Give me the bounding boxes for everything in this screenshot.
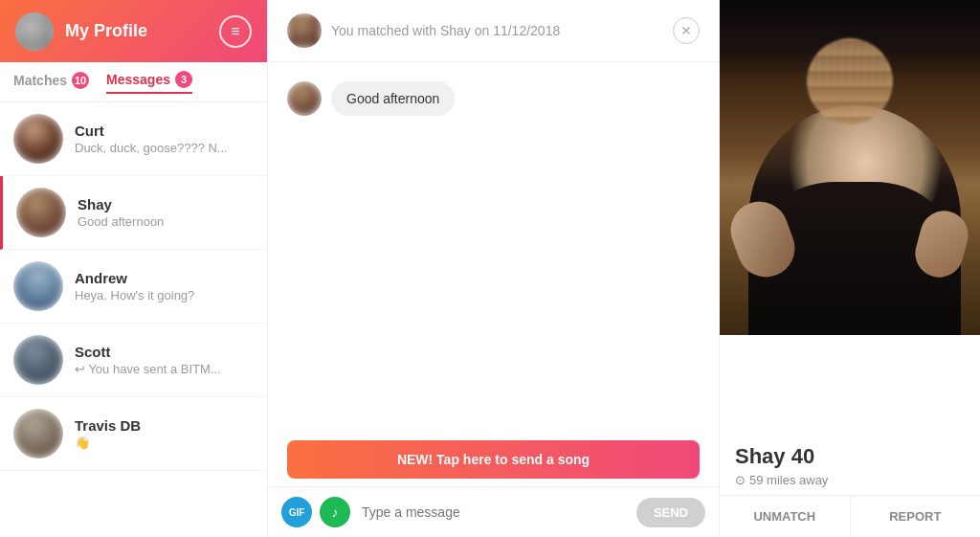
close-chat-button[interactable]: ✕ [673, 17, 700, 44]
close-icon: ✕ [680, 23, 692, 38]
avatar [13, 409, 63, 459]
match-name: Andrew [75, 270, 254, 286]
avatar [13, 261, 63, 311]
report-button[interactable]: REPORT [851, 496, 981, 537]
match-preview: Duck, duck, goose???? N... [75, 141, 254, 155]
music-button[interactable]: ♪ [320, 497, 350, 527]
gif-button[interactable]: GIF [281, 497, 312, 527]
match-name: Scott [75, 344, 254, 360]
profile-title: My Profile [65, 21, 208, 41]
messages-badge: 3 [175, 71, 192, 88]
match-info: Travis DB 👋 [75, 417, 254, 450]
chat-avatar [287, 13, 322, 48]
chat-match-info: You matched with Shay on 11/12/2018 [331, 23, 560, 38]
match-preview: Heya. How's it going? [75, 288, 254, 302]
matches-badge: 10 [72, 72, 89, 89]
avatar [13, 114, 63, 164]
profile-actions: UNMATCH REPORT [720, 495, 980, 537]
tab-messages[interactable]: Messages 3 [106, 71, 192, 94]
tab-matches[interactable]: Matches 10 [13, 72, 89, 93]
message-input[interactable] [358, 499, 629, 526]
matches-list: Curt Duck, duck, goose???? N... Shay Goo… [0, 102, 267, 537]
match-info: Scott ↩ You have sent a BITM... [75, 344, 254, 376]
profile-image [720, 0, 980, 335]
avatar [15, 12, 54, 51]
location-icon: ⊙ [735, 473, 746, 487]
match-name: Curt [75, 123, 254, 139]
profile-menu-button[interactable]: ≡ [219, 15, 252, 48]
gif-icon: GIF [289, 507, 305, 518]
profile-panel: Shay 40 ⊙ 59 miles away UNMATCH REPORT [720, 0, 980, 537]
list-item[interactable]: Scott ↩ You have sent a BITM... [0, 324, 267, 397]
profile-age: 40 [791, 444, 814, 468]
unmatch-button[interactable]: UNMATCH [720, 496, 851, 537]
music-icon: ♪ [332, 504, 339, 520]
avatar [16, 188, 66, 237]
list-item[interactable]: Travis DB 👋 [0, 397, 267, 471]
chat-input-row: GIF ♪ SEND [268, 486, 719, 537]
menu-icon: ≡ [231, 23, 239, 40]
sidebar: My Profile ≡ Matches 10 Messages 3 Curt … [0, 0, 268, 537]
match-name: Travis DB [75, 417, 254, 434]
chat-header-content: You matched with Shay on 11/12/2018 [287, 13, 560, 48]
send-button[interactable]: SEND [636, 498, 705, 527]
profile-name-age: Shay 40 [735, 444, 965, 469]
match-preview: 👋 [75, 436, 254, 450]
distance-text: 59 miles away [749, 473, 828, 487]
list-item[interactable]: Curt Duck, duck, goose???? N... [0, 102, 267, 176]
tabs: Matches 10 Messages 3 [0, 62, 267, 102]
profile-name: Shay [735, 444, 786, 468]
chat-messages: Good afternoon [268, 62, 719, 440]
profile-distance: ⊙ 59 miles away [735, 473, 965, 487]
match-name: Shay [78, 196, 254, 213]
profile-header: My Profile ≡ [0, 0, 267, 62]
message-row: Good afternoon [287, 81, 700, 116]
avatar [287, 81, 322, 116]
match-preview: ↩ You have sent a BITM... [75, 362, 254, 376]
match-info: Shay Good afternoon [78, 196, 254, 229]
list-item[interactable]: Andrew Heya. How's it going? [0, 250, 267, 324]
profile-photo [720, 0, 980, 433]
avatar [13, 335, 63, 385]
match-info: Curt Duck, duck, goose???? N... [75, 123, 254, 155]
chat-header: You matched with Shay on 11/12/2018 ✕ [268, 0, 719, 62]
match-preview: Good afternoon [78, 214, 254, 229]
message-bubble: Good afternoon [331, 81, 455, 116]
list-item[interactable]: Shay Good afternoon [0, 176, 267, 250]
profile-info: Shay 40 ⊙ 59 miles away [720, 433, 980, 495]
match-info: Andrew Heya. How's it going? [75, 270, 254, 302]
song-banner-button[interactable]: NEW! Tap here to send a song [287, 440, 700, 479]
chat-area: You matched with Shay on 11/12/2018 ✕ Go… [268, 0, 720, 537]
